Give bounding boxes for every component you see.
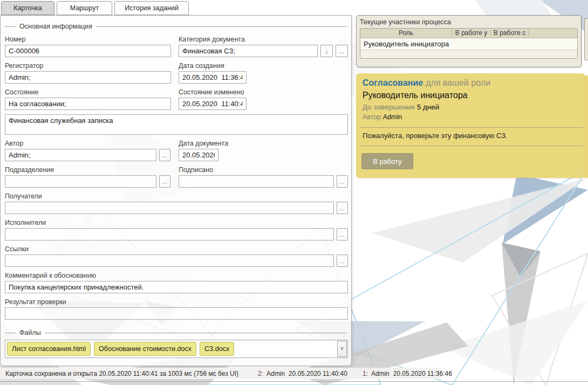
- column-header-v-rabote-s[interactable]: В работе с: [491, 30, 529, 37]
- rezultat-input[interactable]: [5, 307, 348, 320]
- group-files-legend: Файлы: [5, 328, 347, 337]
- group-basic-info-title: Основная информация: [19, 23, 92, 30]
- row-avtor-datadokumenta: Автор … Дата документа: [5, 140, 347, 161]
- task-due: До завершения 5 дней: [363, 103, 585, 113]
- row-poluchateli: Получатели …: [5, 192, 347, 214]
- row-kommentariy: Комментарий к обоснованию: [5, 272, 347, 293]
- category-dropdown-button[interactable]: ↓: [320, 45, 333, 57]
- ellipsis-icon: …: [339, 259, 346, 263]
- version-2-entry[interactable]: 2:Admin 20.05.2020 11:40:40: [258, 370, 347, 377]
- group-basic-info-legend: Основная информация: [5, 22, 347, 31]
- chevron-down-icon: ˅: [340, 345, 344, 353]
- ellipsis-icon: …: [162, 153, 168, 157]
- task-due-value: 5 дней: [417, 103, 440, 111]
- ispolniteli-browse-button[interactable]: …: [337, 228, 348, 240]
- row-rezultat: Результат проверки: [5, 298, 347, 320]
- table-row[interactable]: Руководитель инициатора: [360, 38, 577, 50]
- files-scroll-button[interactable]: ˅: [337, 341, 347, 357]
- poluchateli-browse-button[interactable]: …: [337, 202, 348, 214]
- task-author: Автор Admin: [363, 113, 585, 122]
- tab-istoriya-zadaniy[interactable]: История заданий: [114, 1, 189, 15]
- row-podrazdelenie-podpisano: Подразделение … Подписано …: [5, 166, 347, 188]
- participants-table: Роль В работе у В работе с Руководитель …: [360, 28, 578, 59]
- row-sostoyanie: Состояние Состояние изменено: [5, 88, 347, 110]
- sostoyanie-label: Состояние: [5, 88, 171, 97]
- naimenovanie-input[interactable]: [5, 114, 348, 135]
- take-to-work-button[interactable]: В работу: [361, 153, 413, 169]
- version-1-entry[interactable]: 1:Admin 20.05.2020 11:36:46: [363, 370, 452, 377]
- data-dokumenta-input[interactable]: [179, 149, 218, 161]
- ssylki-input[interactable]: [5, 255, 334, 267]
- task-author-label: Автор: [363, 113, 381, 121]
- clipped-table-sliver: [584, 18, 588, 60]
- poluchateli-label: Получатели: [5, 192, 348, 201]
- arrow-down-icon: ↓: [325, 47, 329, 55]
- participants-table-header: Роль В работе у В работе с: [360, 29, 577, 38]
- participant-role: Руководитель инициатора: [364, 40, 449, 48]
- kommentariy-input[interactable]: [5, 281, 348, 293]
- files-strip: Лист согласования.html Обоснование стоим…: [5, 340, 348, 358]
- ssylki-label: Ссылки: [5, 245, 348, 253]
- data-dokumenta-label: Дата документа: [179, 140, 348, 148]
- avtor-input[interactable]: [5, 149, 156, 161]
- participants-title: Текущие участники процесса: [360, 18, 578, 28]
- kategoriya-input[interactable]: [179, 45, 318, 57]
- version-2-text: Admin 20.05.2020 11:40:40: [266, 370, 347, 377]
- avtor-label: Автор: [5, 140, 171, 148]
- ssylki-browse-button[interactable]: …: [337, 255, 348, 267]
- podpisano-browse-button[interactable]: …: [337, 175, 348, 188]
- file-chip[interactable]: Лист согласования.html: [7, 342, 91, 356]
- file-chip[interactable]: СЗ.docx: [200, 342, 234, 356]
- registrator-label: Регистратор: [5, 62, 171, 70]
- poluchateli-input[interactable]: [5, 202, 334, 214]
- app-window: { "tabs": { "kartochka": "Карточка", "ma…: [0, 0, 588, 385]
- category-browse-button[interactable]: …: [336, 45, 348, 57]
- avtor-browse-button[interactable]: …: [159, 149, 170, 161]
- task-due-label: До завершения: [363, 103, 415, 111]
- status-bar: Карточка сохранена и открыта 20.05.2020 …: [0, 368, 441, 379]
- version-1-text: Admin 20.05.2020 11:36:46: [371, 370, 452, 377]
- podrazdelenie-label: Подразделение: [5, 166, 171, 174]
- status-main-text: Карточка сохранена и открыта 20.05.2020 …: [5, 370, 238, 377]
- version-2-number: 2:: [258, 370, 263, 377]
- kommentariy-label: Комментарий к обоснованию: [5, 272, 348, 280]
- podrazdelenie-input[interactable]: [5, 175, 156, 188]
- data-sozdaniya-input[interactable]: [179, 71, 247, 84]
- row-nomer-kategoriya: Номер Категория документа ↓ …: [5, 36, 347, 57]
- ispolniteli-input[interactable]: [5, 228, 334, 240]
- row-registrator-datasozdaniya: Регистратор Дата создания: [5, 62, 347, 84]
- task-type-suffix: для вашей роли: [426, 78, 490, 87]
- row-ispolniteli: Исполнители …: [5, 219, 347, 240]
- ellipsis-icon: …: [339, 49, 345, 53]
- clipped-task-card-sliver: [584, 75, 588, 178]
- nomer-label: Номер: [5, 36, 171, 44]
- group-files-title: Файлы: [19, 329, 41, 336]
- row-ssylki: Ссылки …: [5, 245, 347, 267]
- task-role: Руководитель инициатора: [363, 91, 585, 102]
- column-header-rol[interactable]: Роль: [360, 30, 452, 37]
- sostoyanie-izmeneno-input[interactable]: [179, 98, 247, 110]
- file-chip[interactable]: Обоснование стоимости.docx: [94, 342, 196, 356]
- kategoriya-label: Категория документа: [179, 36, 348, 44]
- ellipsis-icon: …: [339, 232, 346, 237]
- version-1-number: 1:: [363, 370, 368, 377]
- window-bottom-edge: [0, 381, 588, 382]
- document-card-panel: Основная информация Номер Категория доку…: [0, 15, 352, 366]
- podrazdelenie-browse-button[interactable]: …: [159, 175, 170, 188]
- nomer-input[interactable]: [5, 45, 171, 57]
- task-divider: [360, 146, 583, 146]
- participants-panel: Текущие участники процесса Роль В работе…: [356, 15, 582, 67]
- tab-marshrut[interactable]: Маршрут: [57, 1, 112, 15]
- ellipsis-icon: …: [339, 180, 346, 184]
- podpisano-label: Подписано: [179, 166, 348, 174]
- ispolniteli-label: Исполнители: [5, 219, 348, 227]
- sostoyanie-input[interactable]: [5, 98, 171, 110]
- task-author-value: Admin: [383, 113, 402, 121]
- podpisano-input[interactable]: [179, 175, 334, 188]
- table-row-empty[interactable]: [360, 50, 577, 58]
- tab-kartochka[interactable]: Карточка: [1, 1, 54, 15]
- registrator-input[interactable]: [5, 71, 171, 84]
- column-header-v-rabote-u[interactable]: В работе у: [452, 30, 491, 37]
- data-sozdaniya-label: Дата создания: [179, 62, 348, 70]
- task-divider: [360, 127, 583, 128]
